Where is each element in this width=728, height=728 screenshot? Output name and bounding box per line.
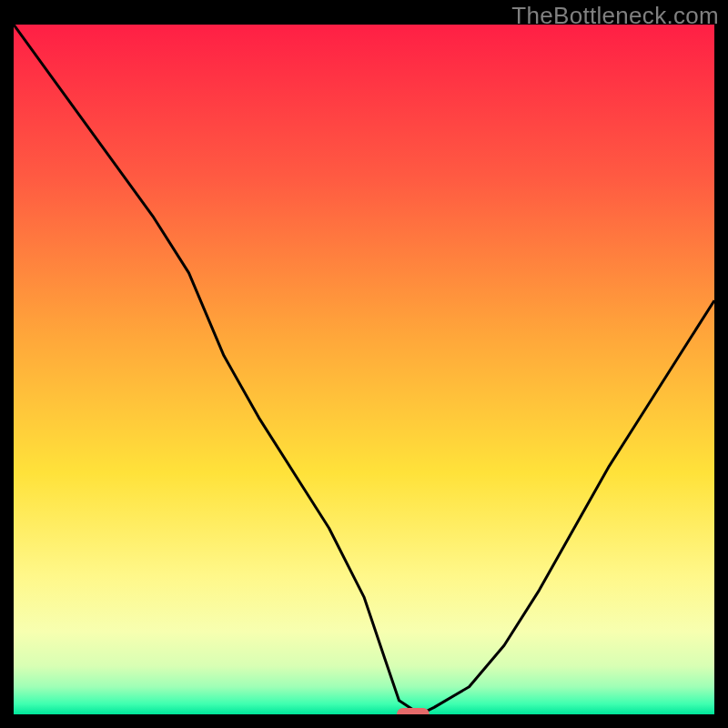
gradient-background — [14, 25, 714, 714]
bottleneck-chart — [14, 25, 714, 714]
chart-frame: TheBottleneck.com — [0, 0, 728, 728]
optimal-marker — [397, 708, 430, 714]
